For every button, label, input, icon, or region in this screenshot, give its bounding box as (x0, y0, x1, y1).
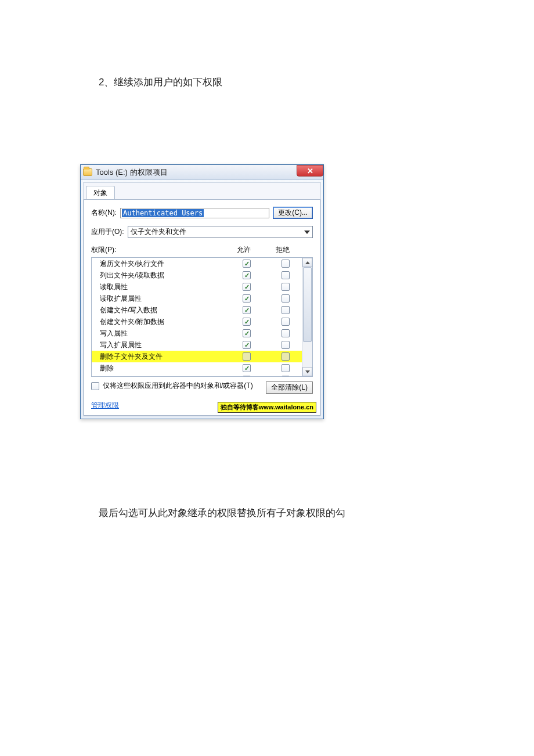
permission-name: 遍历文件夹/执行文件 (100, 258, 224, 269)
permissions-listbox: 遍历文件夹/执行文件列出文件夹/读取数据读取属性读取扩展属性创建文件/写入数据创… (91, 257, 313, 377)
arrow-up-icon (305, 261, 310, 264)
instruction-step-text: 2、继续添加用户的如下权限 (99, 75, 534, 89)
instruction-final-text: 最后勾选可从此对象继承的权限替换所有子对象权限的勾 (99, 506, 534, 520)
deny-checkbox[interactable] (282, 271, 290, 279)
permission-name: 读取属性 (100, 282, 224, 292)
deny-checkbox[interactable] (282, 318, 290, 326)
allow-checkbox[interactable] (243, 364, 251, 372)
deny-checkbox[interactable] (282, 306, 290, 314)
permission-row: 创建文件夹/附加数据 (92, 316, 302, 327)
permission-row: 读取属性 (92, 281, 302, 293)
deny-checkbox[interactable] (282, 260, 290, 268)
allow-checkbox[interactable] (243, 318, 251, 326)
deny-checkbox[interactable] (282, 341, 290, 349)
scrollbar[interactable] (302, 258, 312, 376)
scroll-up-button[interactable] (302, 258, 312, 267)
chevron-down-icon (304, 231, 310, 234)
permission-row: 读取扩展属性 (92, 293, 302, 304)
change-button[interactable]: 更改(C)... (273, 207, 313, 219)
folder-icon (83, 168, 92, 176)
dialog-title: Tools (E:) 的权限项目 (96, 167, 168, 178)
permission-entry-dialog: Tools (E:) 的权限项目 ✕ 对象 名称(N): Authenticat… (80, 164, 324, 419)
scroll-track[interactable] (302, 267, 312, 367)
permission-name: 创建文件/写入数据 (100, 305, 224, 315)
permission-row: 删除 (92, 362, 302, 374)
allow-checkbox[interactable] (243, 271, 251, 279)
name-row: 名称(N): Authenticated Users 更改(C)... (91, 207, 313, 219)
close-button[interactable]: ✕ (297, 165, 323, 177)
dialog-body: 对象 名称(N): Authenticated Users 更改(C)... 应… (83, 182, 321, 416)
allow-checkbox[interactable] (243, 341, 251, 349)
name-label: 名称(N): (91, 208, 117, 218)
below-permissions-row: 仅将这些权限应用到此容器中的对象和/或容器(T) 全部清除(L) (91, 381, 313, 394)
allow-checkbox[interactable] (243, 306, 251, 314)
deny-checkbox[interactable] (282, 364, 290, 372)
allow-checkbox[interactable] (243, 294, 251, 303)
permission-row: 读取权限 (92, 374, 302, 376)
permission-row: 遍历文件夹/执行文件 (92, 258, 302, 269)
permission-row: 创建文件/写入数据 (92, 304, 302, 316)
apply-only-label: 仅将这些权限应用到此容器中的对象和/或容器(T) (103, 381, 253, 390)
permission-name: 写入扩展属性 (100, 340, 224, 350)
deny-checkbox[interactable] (282, 294, 290, 303)
watermark-badge: 独自等待博客www.waitalone.cn (218, 402, 316, 413)
column-allow: 允许 (221, 245, 266, 255)
permission-name: 创建文件夹/附加数据 (100, 316, 224, 327)
tab-strip: 对象 (84, 183, 320, 199)
apply-to-value: 仅子文件夹和文件 (131, 227, 186, 237)
permissions-label: 权限(P): (91, 245, 221, 255)
permission-name: 删除 (100, 363, 224, 373)
allow-checkbox[interactable] (243, 329, 251, 337)
tab-object[interactable]: 对象 (86, 186, 115, 200)
allow-checkbox[interactable] (243, 260, 251, 268)
apply-only-checkbox[interactable] (91, 382, 99, 390)
permission-row: 列出文件夹/读取数据 (92, 269, 302, 281)
deny-checkbox[interactable] (282, 352, 290, 361)
permissions-list[interactable]: 遍历文件夹/执行文件列出文件夹/读取数据读取属性读取扩展属性创建文件/写入数据创… (92, 258, 302, 376)
permission-name: 读取权限 (100, 375, 224, 376)
apply-only-checkbox-row[interactable]: 仅将这些权限应用到此容器中的对象和/或容器(T) (91, 381, 261, 390)
name-field[interactable]: Authenticated Users (120, 208, 269, 218)
allow-checkbox[interactable] (243, 376, 251, 376)
permission-name: 删除子文件夹及文件 (100, 351, 224, 362)
allow-checkbox[interactable] (243, 283, 251, 291)
permission-row: 删除子文件夹及文件 (92, 351, 302, 362)
permission-name: 读取扩展属性 (100, 293, 224, 304)
deny-checkbox[interactable] (282, 376, 290, 376)
scroll-down-button[interactable] (302, 367, 312, 376)
column-deny: 拒绝 (266, 245, 299, 255)
clear-all-button[interactable]: 全部清除(L) (266, 381, 313, 394)
apply-to-label: 应用于(O): (91, 227, 124, 237)
permission-row: 写入扩展属性 (92, 339, 302, 351)
name-value-selected: Authenticated Users (122, 209, 204, 217)
arrow-down-icon (305, 370, 310, 373)
deny-checkbox[interactable] (282, 329, 290, 337)
tab-content: 名称(N): Authenticated Users 更改(C)... 应用于(… (84, 199, 320, 416)
permission-row: 写入属性 (92, 327, 302, 339)
manage-permissions-link[interactable]: 管理权限 (91, 401, 119, 411)
apply-to-row: 应用于(O): 仅子文件夹和文件 (91, 226, 313, 238)
permission-name: 列出文件夹/读取数据 (100, 270, 224, 280)
permission-name: 写入属性 (100, 328, 224, 339)
apply-to-combobox[interactable]: 仅子文件夹和文件 (128, 226, 313, 238)
permissions-header: 权限(P): 允许 拒绝 (91, 245, 313, 256)
dialog-titlebar[interactable]: Tools (E:) 的权限项目 ✕ (81, 165, 323, 180)
allow-checkbox[interactable] (243, 352, 251, 361)
deny-checkbox[interactable] (282, 283, 290, 291)
scroll-thumb[interactable] (303, 267, 312, 342)
